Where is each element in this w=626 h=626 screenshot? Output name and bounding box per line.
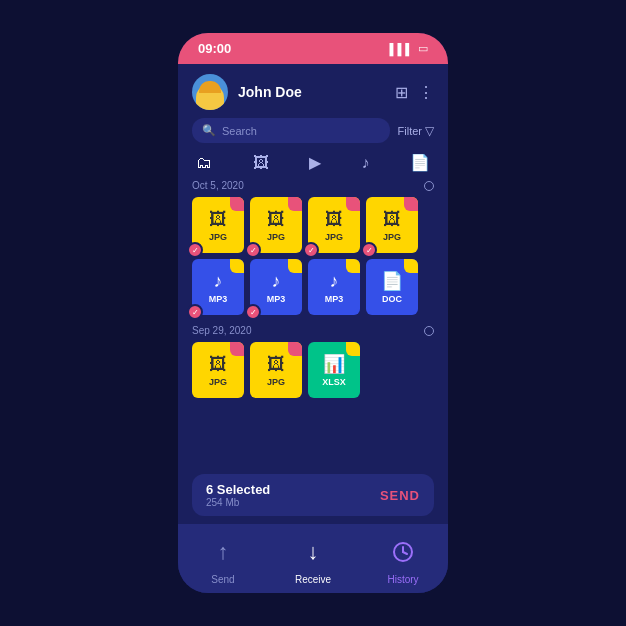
search-box[interactable]: 🔍 Search [192,118,390,143]
jpg-icon: 🖼 [209,209,227,230]
list-item[interactable]: 🖼 JPG ✓ [192,197,244,253]
file-corner [346,259,360,273]
tab-video[interactable]: ▶ [305,151,325,174]
date-section-1: Oct 5, 2020 [192,180,434,191]
list-item[interactable]: 🖼 JPG ✓ [308,197,360,253]
history-nav-icon [385,534,421,570]
tab-audio[interactable]: ♪ [358,152,374,174]
type-tabs: 🗂 🖼 ▶ ♪ 📄 [178,151,448,180]
file-corner [288,197,302,211]
list-item[interactable]: 🖼 JPG [192,342,244,398]
date-circle-1 [424,181,434,191]
file-card-jpg-5[interactable]: 🖼 JPG [192,342,244,398]
list-item[interactable]: ♪ MP3 [308,259,360,315]
jpg-icon: 🖼 [267,209,285,230]
list-item[interactable]: 🖼 JPG [250,342,302,398]
avatar-face [196,84,224,110]
file-label: JPG [209,377,227,387]
check-badge: ✓ [245,304,261,320]
file-card-mp3-3[interactable]: ♪ MP3 [308,259,360,315]
tab-image[interactable]: 🖼 [249,152,273,174]
file-card-doc[interactable]: 📄 DOC [366,259,418,315]
nav-item-send[interactable]: ↑ Send [205,534,241,585]
jpg-icon: 🖼 [267,354,285,375]
tab-doc[interactable]: 📄 [406,151,434,174]
date-circle-2 [424,326,434,336]
header-icons: ⊞ ⋮ [395,83,434,102]
file-corner [230,342,244,356]
send-nav-icon: ↑ [205,534,241,570]
file-corner [230,259,244,273]
send-button[interactable]: SEND [380,488,420,503]
filter-icon: ▽ [425,124,434,138]
file-label: MP3 [325,294,344,304]
filter-button[interactable]: Filter ▽ [398,124,434,138]
list-item[interactable]: 📄 DOC [366,259,418,315]
file-label: JPG [209,232,227,242]
file-corner [404,197,418,211]
receive-nav-icon: ↓ [295,534,331,570]
mp3-icon: ♪ [214,271,223,292]
list-item[interactable]: 📊 XLSX [308,342,360,398]
svg-line-2 [403,552,407,554]
file-label: JPG [267,377,285,387]
file-label: XLSX [322,377,346,387]
list-item[interactable]: 🖼 JPG ✓ [366,197,418,253]
nav-label-history: History [387,574,418,585]
file-label: JPG [267,232,285,242]
selected-size: 254 Mb [206,497,270,508]
phone-frame: 09:00 ▌▌▌ ▭ John Doe ⊞ ⋮ 🔍 Search [178,33,448,593]
signal-icon: ▌▌▌ [390,43,413,55]
status-icons: ▌▌▌ ▭ [390,42,428,55]
list-item[interactable]: ♪ MP3 ✓ [192,259,244,315]
list-item[interactable]: 🖼 JPG ✓ [250,197,302,253]
files-area: Oct 5, 2020 🖼 JPG ✓ 🖼 [178,180,448,470]
xlsx-icon: 📊 [323,353,345,375]
status-bar: 09:00 ▌▌▌ ▭ [178,33,448,64]
search-row: 🔍 Search Filter ▽ [178,118,448,151]
bottom-nav: ↑ Send ↓ Receive History [178,524,448,593]
check-badge: ✓ [361,242,377,258]
file-label: MP3 [209,294,228,304]
file-label: JPG [325,232,343,242]
file-corner [230,197,244,211]
status-time: 09:00 [198,41,231,56]
jpg-icon: 🖼 [325,209,343,230]
check-badge: ✓ [303,242,319,258]
file-corner [404,259,418,273]
doc-icon: 📄 [381,270,403,292]
grid-icon[interactable]: ⊞ [395,83,408,102]
nav-item-receive[interactable]: ↓ Receive [295,534,331,585]
check-badge: ✓ [187,304,203,320]
selected-count: 6 Selected [206,482,270,497]
file-label: JPG [383,232,401,242]
file-card-xlsx[interactable]: 📊 XLSX [308,342,360,398]
more-icon[interactable]: ⋮ [418,83,434,102]
nav-label-receive: Receive [295,574,331,585]
jpg-icon: 🖼 [209,354,227,375]
avatar [192,74,228,110]
avatar-hair [199,81,221,93]
file-label: DOC [382,294,402,304]
date-section-2: Sep 29, 2020 [192,325,434,336]
search-placeholder: Search [222,125,257,137]
user-name: John Doe [238,84,385,100]
tab-all[interactable]: 🗂 [192,152,216,174]
nav-item-history[interactable]: History [385,534,421,585]
filter-label: Filter [398,125,422,137]
date-label-2: Sep 29, 2020 [192,325,252,336]
list-item[interactable]: ♪ MP3 ✓ [250,259,302,315]
selection-info: 6 Selected 254 Mb [206,482,270,508]
file-label: MP3 [267,294,286,304]
date-label-1: Oct 5, 2020 [192,180,244,191]
mp3-icon: ♪ [330,271,339,292]
search-icon: 🔍 [202,124,216,137]
nav-label-send: Send [211,574,234,585]
file-card-jpg-6[interactable]: 🖼 JPG [250,342,302,398]
file-grid-2: 🖼 JPG 🖼 JPG 📊 XLSX [192,342,434,398]
file-corner [346,342,360,356]
file-corner [346,197,360,211]
file-corner [288,259,302,273]
mp3-icon: ♪ [272,271,281,292]
check-badge: ✓ [187,242,203,258]
